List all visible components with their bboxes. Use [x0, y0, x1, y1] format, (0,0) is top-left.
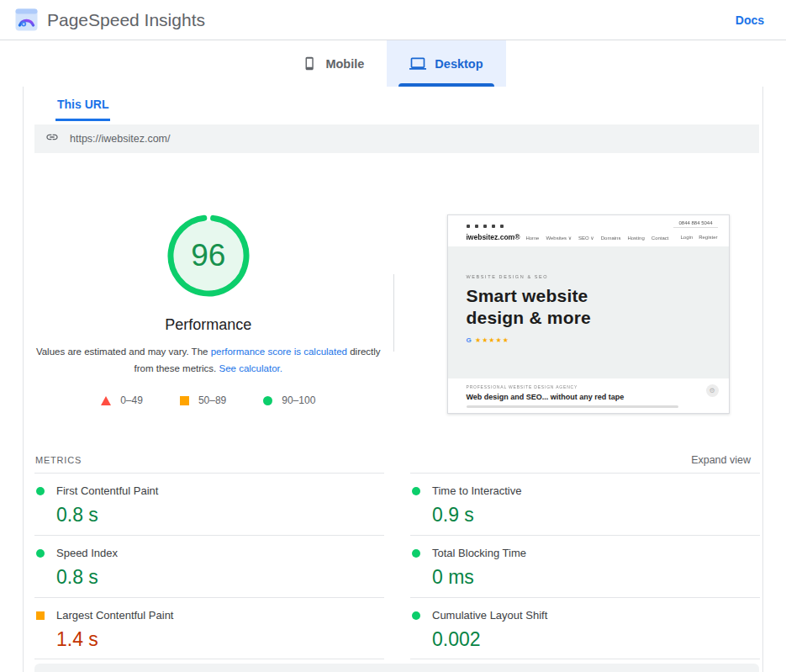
performance-label: Performance	[165, 316, 251, 334]
preview-site-logo: iwebsitez.com®	[467, 233, 520, 241]
metrics-grid: First Contentful Paint 0.8 s Time to Int…	[34, 473, 760, 659]
metric-status-icon	[36, 549, 45, 558]
metric-status-icon	[36, 611, 45, 620]
app-title: PageSpeed Insights	[47, 10, 205, 30]
score-legend: 0–49 50–89 90–100	[101, 394, 315, 406]
star-rating-icons: ★★★★★	[475, 336, 509, 344]
metric-largest-contentful-paint: Largest Contentful Paint 1.4 s	[34, 597, 384, 659]
email-icon	[492, 225, 495, 228]
metric-value: 1.4 s	[56, 628, 384, 651]
score-section: 96 Performance Values are estimated and …	[24, 153, 762, 454]
google-g-icon: G	[467, 336, 472, 344]
expand-view-button[interactable]: Expand view	[691, 454, 751, 466]
tab-desktop-label: Desktop	[435, 57, 483, 71]
metric-speed-index: Speed Index 0.8 s	[34, 535, 384, 597]
metric-status-icon	[412, 549, 420, 558]
legend-average: 50–89	[180, 394, 226, 406]
metric-value: 0.8 s	[56, 566, 384, 589]
report-card: This URL https://iwebsitez.com/ 96 Perfo…	[23, 87, 763, 672]
preview-hero-title: Smart website design & more	[467, 285, 729, 329]
metric-value: 0 ms	[432, 566, 760, 589]
legend-average-label: 50–89	[198, 394, 226, 406]
metric-status-icon	[412, 487, 420, 495]
metric-total-blocking-time: Total Blocking Time 0 ms	[410, 535, 760, 597]
metric-name: Time to Interactive	[432, 484, 521, 497]
score-disclaimer: Values are estimated and may vary. The p…	[35, 343, 382, 377]
calc-link[interactable]: performance score is calculated	[211, 347, 347, 357]
metric-cumulative-layout-shift: Cumulative Layout Shift 0.002	[410, 597, 760, 659]
metric-time-to-interactive: Time to Interactive 0.9 s	[410, 473, 760, 535]
preview-social-icons	[467, 225, 504, 228]
metric-value: 0.9 s	[432, 504, 760, 526]
analyzed-url: https://iwebsitez.com/	[70, 133, 171, 145]
tab-mobile-label: Mobile	[325, 57, 364, 71]
next-section-bar	[34, 664, 759, 672]
metric-name: First Contentful Paint	[56, 484, 158, 497]
desktop-laptop-icon	[409, 56, 426, 72]
metric-value: 0.002	[432, 628, 760, 651]
analyzed-url-bar: https://iwebsitez.com/	[34, 124, 759, 153]
metric-name: Total Blocking Time	[432, 547, 526, 559]
mobile-phone-icon	[303, 56, 317, 71]
good-circle-icon	[263, 396, 272, 405]
preview-paragraph-placeholder	[467, 405, 678, 408]
docs-link[interactable]: Docs	[736, 13, 764, 27]
disclaimer-text: Values are estimated and may vary. The	[36, 347, 211, 357]
link-icon	[45, 130, 59, 147]
page-screenshot-thumbnail[interactable]: 0844 884 5044 iwebsitez.com® HomeWebsite…	[447, 214, 730, 414]
preview-section-eyebrow: PROFESSIONAL WEBSITE DESIGN AGENCY	[467, 384, 729, 389]
linkedin-icon	[483, 225, 487, 228]
metrics-section-label: METRICS	[35, 455, 82, 465]
legend-good-label: 90–100	[282, 394, 315, 406]
preview-hero-eyebrow: WEBSITE DESIGN & SEO	[467, 274, 729, 279]
tab-desktop[interactable]: Desktop	[387, 40, 505, 87]
legend-fail: 0–49	[101, 394, 143, 406]
average-square-icon	[180, 396, 189, 405]
legend-good: 90–100	[263, 394, 315, 406]
gear-icon: ⚙	[706, 384, 719, 397]
preview-section-title: Web design and SEO... without any red ta…	[467, 393, 729, 401]
metric-name: Speed Index	[56, 547, 118, 559]
performance-gauge: 96	[167, 214, 250, 297]
metric-status-icon	[412, 611, 420, 620]
preview-google-rating: G ★★★★★	[467, 336, 729, 344]
preview-nav-links: HomeWebsites ∨SEO ∨DomainsHostingContact	[520, 235, 674, 241]
tab-this-url[interactable]: This URL	[55, 98, 110, 121]
performance-score: 96	[167, 214, 250, 297]
see-calculator-link[interactable]: See calculator.	[219, 363, 282, 373]
twitter-icon	[467, 225, 470, 228]
metric-name: Largest Contentful Paint	[56, 609, 173, 622]
app-header: PageSpeed Insights Docs	[0, 0, 786, 40]
facebook-icon	[475, 225, 478, 228]
preview-phone: 0844 884 5044	[673, 220, 717, 228]
tab-mobile[interactable]: Mobile	[280, 40, 387, 87]
metric-value: 0.8 s	[56, 504, 384, 526]
pagespeed-logo-icon	[15, 8, 38, 31]
metric-first-contentful-paint: First Contentful Paint 0.8 s	[34, 473, 384, 535]
legend-fail-label: 0–49	[120, 394, 143, 406]
metric-name: Cumulative Layout Shift	[432, 609, 547, 622]
instagram-icon	[500, 225, 504, 228]
device-tab-bar: Mobile Desktop	[0, 40, 786, 87]
metric-status-icon	[36, 487, 45, 495]
preview-secondary-links: LoginRegister	[674, 235, 717, 240]
fail-triangle-icon	[101, 396, 111, 405]
